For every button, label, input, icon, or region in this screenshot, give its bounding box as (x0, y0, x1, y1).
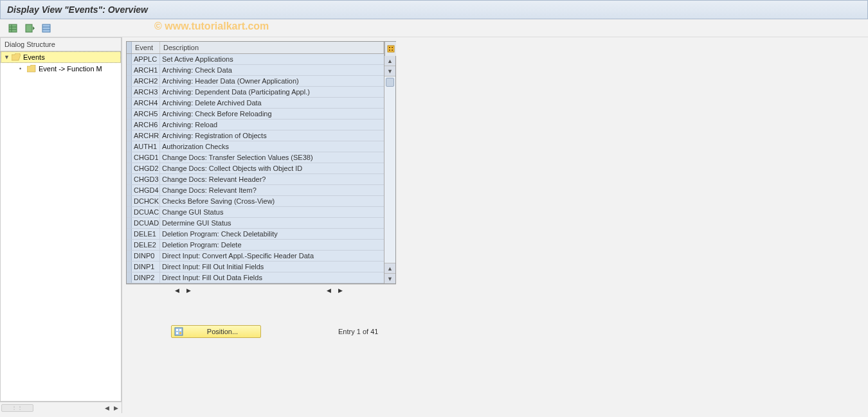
table-row[interactable]: DELE2Deletion Program: Delete (127, 240, 384, 251)
cell-event: CHGD4 (132, 185, 160, 195)
row-selector[interactable] (127, 174, 132, 184)
cell-description: Archiving: Check Before Reloading (160, 109, 384, 119)
position-button[interactable]: Position... (171, 325, 261, 338)
cell-event: CHGD3 (132, 174, 160, 184)
cell-description: Archiving: Dependent Data (Participating… (160, 87, 384, 97)
cell-event: ARCH4 (132, 98, 160, 108)
position-icon (174, 327, 183, 336)
table-row[interactable]: DCHCKChecks Before Saving (Cross-View) (127, 196, 384, 207)
row-selector[interactable] (127, 218, 132, 228)
scroll-down-icon[interactable]: ▼ (384, 66, 395, 76)
row-selector[interactable] (127, 262, 132, 272)
table-footer: Position... Entry 1 of 41 (126, 325, 864, 338)
row-selector[interactable] (127, 163, 132, 173)
table-row[interactable]: CHGD2Change Docs: Collect Objects with O… (127, 163, 384, 174)
table-row[interactable]: CHGD1Change Docs: Transfer Selection Val… (127, 152, 384, 163)
table-icon (8, 23, 18, 33)
tree-item-event-function[interactable]: • Event -> Function M (1, 63, 121, 75)
content-area: Event Description APPLCSet Active Applic… (122, 37, 868, 413)
hscroll-right-icon[interactable]: ▶ (184, 286, 193, 295)
row-selector[interactable] (127, 141, 132, 152)
scroll-right-icon[interactable]: ▶ (111, 404, 120, 413)
toolbar-button-2[interactable] (23, 22, 36, 35)
row-selector[interactable] (127, 272, 132, 283)
row-selector[interactable] (127, 185, 132, 195)
row-selector[interactable] (127, 54, 132, 64)
sidebar-hscroll[interactable]: ⋮⋮ ◀ ▶ (0, 402, 122, 413)
row-selector[interactable] (127, 65, 132, 75)
table-row[interactable]: ARCH3Archiving: Dependent Data (Particip… (127, 87, 384, 98)
table-row[interactable]: ARCH1Archiving: Check Data (127, 65, 384, 76)
table-row[interactable]: CHGD4Change Docs: Relevant Item? (127, 185, 384, 196)
table-row[interactable]: AUTH1Authorization Checks (127, 141, 384, 152)
cell-event: ARCH3 (132, 87, 160, 97)
tree-item-events[interactable]: ▼ Events (1, 51, 121, 63)
svg-marker-5 (33, 26, 35, 30)
cell-event: DCUAD (132, 218, 160, 228)
cell-description: Direct Input: Convert Appl.-Specific Hea… (160, 251, 384, 261)
table-row[interactable]: ARCHRArchiving: Registration of Objects (127, 130, 384, 141)
cell-event: DINP0 (132, 251, 160, 261)
cell-event: AUTH1 (132, 141, 160, 152)
row-selector[interactable] (127, 196, 132, 206)
row-selector[interactable] (127, 229, 132, 239)
cell-description: Set Active Applications (160, 54, 384, 64)
row-selector[interactable] (127, 130, 132, 141)
cell-description: Direct Input: Fill Out Data Fields (160, 272, 384, 283)
hscroll-left-icon[interactable]: ◀ (172, 286, 181, 295)
scroll-left-icon[interactable]: ◀ (102, 404, 111, 413)
row-selector[interactable] (127, 207, 132, 217)
table-row[interactable]: DCUADDetermine GUI Status (127, 218, 384, 229)
cell-event: DINP2 (132, 272, 160, 283)
cell-description: Authorization Checks (160, 141, 384, 152)
toolbar-button-3[interactable] (40, 22, 53, 35)
scroll-down-bottom-icon[interactable]: ▼ (384, 273, 395, 283)
cell-description: Change Docs: Relevant Item? (160, 185, 384, 195)
vertical-scrollbar[interactable]: ▲ ▼ ▲ ▼ (384, 42, 395, 283)
scroll-thumb[interactable] (386, 78, 394, 87)
row-selector[interactable] (127, 240, 132, 250)
scroll-up-icon[interactable]: ▲ (384, 56, 395, 66)
sidebar: Dialog Structure ▼ Events • Event -> Fun… (0, 37, 122, 413)
scroll-handle[interactable]: ⋮⋮ (1, 404, 33, 412)
row-selector[interactable] (127, 109, 132, 119)
table-row[interactable]: DINP2Direct Input: Fill Out Data Fields (127, 272, 384, 283)
svg-rect-4 (26, 24, 32, 32)
horizontal-scrollbar[interactable]: ◀ ▶ ◀ ▶ (126, 284, 396, 296)
cell-event: CHGD1 (132, 152, 160, 163)
column-header-description[interactable]: Description (160, 42, 384, 53)
table-row[interactable]: ARCH4Archiving: Delete Archived Data (127, 98, 384, 109)
row-selector[interactable] (127, 76, 132, 86)
scroll-up-bottom-icon[interactable]: ▲ (384, 263, 395, 273)
cell-description: Archiving: Check Data (160, 65, 384, 75)
row-selector[interactable] (127, 152, 132, 163)
table-row[interactable]: DINP0Direct Input: Convert Appl.-Specifi… (127, 251, 384, 262)
table-row[interactable]: ARCH2Archiving: Header Data (Owner Appli… (127, 76, 384, 87)
table-row[interactable]: CHGD3Change Docs: Relevant Header? (127, 174, 384, 185)
row-selector[interactable] (127, 251, 132, 261)
row-selector[interactable] (127, 87, 132, 97)
svg-rect-13 (392, 47, 393, 48)
table-row[interactable]: ARCH5Archiving: Check Before Reloading (127, 109, 384, 120)
cell-event: APPLC (132, 54, 160, 64)
table-row[interactable]: ARCH6Archiving: Reload (127, 120, 384, 130)
table-config-button[interactable] (384, 42, 396, 56)
cell-description: Change Docs: Transfer Selection Values (… (160, 152, 384, 163)
svg-rect-6 (42, 24, 50, 32)
table-row[interactable]: APPLCSet Active Applications (127, 54, 384, 65)
toolbar-button-1[interactable] (6, 22, 19, 35)
row-selector[interactable] (127, 120, 132, 130)
row-selector[interactable] (127, 98, 132, 108)
hscroll-right2-icon[interactable]: ▶ (336, 286, 345, 295)
column-header-event[interactable]: Event (132, 42, 160, 53)
entry-counter: Entry 1 of 41 (338, 328, 378, 335)
expand-toggle-icon[interactable]: ▼ (4, 54, 10, 60)
hscroll-left2-icon[interactable]: ◀ (324, 286, 333, 295)
scroll-track[interactable] (384, 76, 395, 263)
table-row[interactable]: DCUACChange GUI Status (127, 207, 384, 218)
table-row[interactable]: DINP1Direct Input: Fill Out Initial Fiel… (127, 262, 384, 272)
table-row[interactable]: DELE1Deletion Program: Check Deletabilit… (127, 229, 384, 240)
table-body: APPLCSet Active ApplicationsARCH1Archivi… (127, 54, 384, 283)
cell-event: ARCH1 (132, 65, 160, 75)
cell-description: Change Docs: Relevant Header? (160, 174, 384, 184)
